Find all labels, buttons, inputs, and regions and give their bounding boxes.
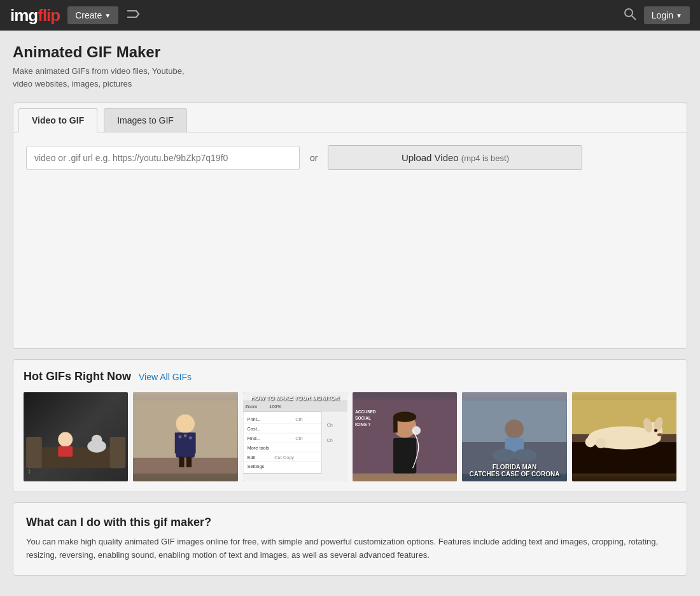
hot-gifs-header: Hot GIFs Right Now View All GIFs — [24, 370, 676, 383]
search-icon[interactable] — [624, 8, 636, 24]
create-button[interactable]: Create — [67, 6, 118, 24]
svg-point-68 — [657, 433, 662, 436]
gif-overlay-top: HOW TO MAKE YOUR MONITOR — [243, 395, 347, 401]
info-title: What can I do with this gif maker? — [26, 516, 674, 529]
svg-point-21 — [184, 434, 187, 437]
svg-text:Ch: Ch — [326, 422, 332, 428]
shuffle-icon[interactable] — [126, 8, 141, 24]
gif-thumbnail[interactable] — [572, 392, 676, 481]
svg-text:Zoom: Zoom — [245, 404, 257, 409]
svg-point-20 — [179, 436, 182, 439]
gif-grid: :) — [24, 392, 676, 481]
page-content: Animated GIF Maker Make animated GIFs fr… — [0, 31, 700, 588]
svg-text:Find...: Find... — [247, 436, 260, 441]
svg-point-14 — [176, 415, 195, 434]
svg-rect-6 — [58, 446, 73, 457]
login-button[interactable]: Login — [644, 6, 690, 24]
or-text: or — [310, 153, 318, 163]
info-card: What can I do with this gif maker? You c… — [13, 502, 687, 576]
upload-area: or Upload Video (mp4 is best) — [13, 132, 687, 183]
svg-text:ICING ?: ICING ? — [355, 422, 370, 427]
svg-rect-2 — [29, 447, 123, 468]
svg-rect-24 — [243, 400, 347, 411]
svg-point-48 — [412, 427, 421, 435]
svg-text::): :) — [28, 469, 31, 474]
tab-video-to-gif[interactable]: Video to GIF — [18, 108, 97, 132]
svg-rect-4 — [110, 437, 126, 468]
svg-point-69 — [585, 437, 595, 447]
hot-gifs-section: Hot GIFs Right Now View All GIFs — [13, 359, 687, 492]
svg-text:Cut   Copy: Cut Copy — [274, 455, 294, 460]
gif-overlay-bottom: FLORIDA MANCATCHES CASE OF CORONA — [462, 462, 566, 479]
tab-images-to-gif[interactable]: Images to GIF — [104, 108, 187, 132]
svg-rect-12 — [133, 458, 237, 474]
svg-point-56 — [505, 420, 524, 439]
info-text: You can make high quality animated GIF i… — [26, 536, 674, 562]
upload-empty-space — [13, 183, 687, 348]
svg-point-70 — [596, 438, 606, 448]
gif-thumbnail[interactable] — [133, 392, 237, 481]
svg-text:SOCIAL: SOCIAL — [355, 416, 371, 420]
hot-gifs-title: Hot GIFs Right Now — [24, 370, 131, 383]
svg-point-59 — [514, 449, 536, 462]
svg-text:Settings: Settings — [247, 464, 264, 469]
gif-thumbnail[interactable]: FLORIDA MANCATCHES CASE OF CORONA — [462, 392, 566, 481]
svg-point-67 — [654, 429, 657, 432]
logo-flip: flip — [38, 6, 60, 25]
page-title: Animated GIF Maker — [13, 43, 687, 61]
svg-rect-47 — [393, 417, 398, 433]
gif-thumbnail[interactable]: :) — [24, 392, 128, 481]
svg-rect-3 — [26, 437, 42, 468]
svg-line-1 — [632, 16, 636, 20]
svg-point-22 — [189, 436, 192, 439]
gif-thumbnail[interactable]: Zoom 100% Print... Ctrl Cast... Find... … — [243, 392, 347, 481]
svg-text:Cast...: Cast... — [247, 426, 260, 432]
site-logo[interactable]: imgflip — [10, 6, 60, 25]
svg-text:Print...: Print... — [247, 416, 260, 422]
view-all-gifs-link[interactable]: View All GIFs — [139, 372, 192, 382]
svg-text:Ctrl: Ctrl — [295, 416, 303, 422]
svg-rect-18 — [179, 457, 185, 467]
svg-rect-19 — [186, 457, 192, 467]
svg-point-5 — [58, 432, 73, 447]
svg-text:ACCUSED: ACCUSED — [355, 409, 376, 414]
upload-video-button[interactable]: Upload Video (mp4 is best) — [328, 145, 582, 170]
main-card: Video to GIF Images to GIF or Upload Vid… — [13, 103, 687, 349]
svg-point-0 — [625, 9, 633, 17]
url-input[interactable] — [26, 146, 300, 170]
svg-point-58 — [493, 449, 515, 462]
svg-text:Edit: Edit — [247, 455, 255, 460]
svg-text:More tools: More tools — [247, 445, 269, 451]
page-subtitle: Make animated GIFs from video files, You… — [13, 65, 687, 90]
gif-thumbnail[interactable]: ACCUSED SOCIAL ICING ? — [353, 392, 457, 481]
header: imgflip Create Login — [0, 0, 700, 31]
tab-bar: Video to GIF Images to GIF — [13, 103, 687, 132]
svg-text:Ch: Ch — [326, 437, 332, 443]
svg-rect-17 — [188, 432, 196, 453]
svg-text:100%: 100% — [269, 404, 281, 409]
svg-text:Ctrl: Ctrl — [295, 436, 303, 441]
logo-img: img — [10, 6, 38, 25]
